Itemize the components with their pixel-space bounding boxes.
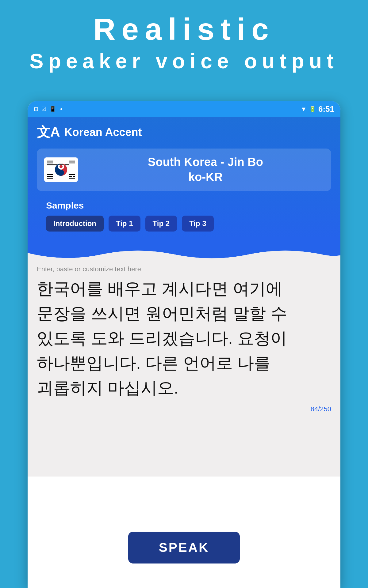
status-bar-left: ⊡ ☑ 📱 ✦ <box>34 106 63 112</box>
svg-point-9 <box>59 171 63 174</box>
clock: 6:51 <box>318 104 334 114</box>
char-count: 84/250 <box>37 405 331 413</box>
page-subtitle: Speaker voice output <box>0 49 368 73</box>
task-icon: ☑ <box>41 106 46 112</box>
status-bar-right: ▼ 🔋 6:51 <box>301 104 334 114</box>
korean-text-content[interactable]: 한국어를 배우고 계시다면 여기에 문장을 쓰시면 원어민처럼 말할 수 있도록… <box>37 276 331 400</box>
samples-buttons: Introduction Tip 1 Tip 2 Tip 3 <box>46 216 322 232</box>
sample-intro-button[interactable]: Introduction <box>46 216 104 232</box>
samples-section: Samples Introduction Tip 1 Tip 2 Tip 3 <box>37 200 331 238</box>
content-area: Enter, paste or customize text here 한국어를… <box>28 262 340 477</box>
sample-tip1-button[interactable]: Tip 1 <box>109 216 140 232</box>
settings-icon: ✦ <box>59 106 63 112</box>
wave-separator <box>28 238 340 262</box>
translate-icon: 文A <box>37 123 60 141</box>
speak-button[interactable]: SPEAK <box>128 532 240 564</box>
app-header: 文A Korean Accent <box>28 117 340 238</box>
input-hint: Enter, paste or customize text here <box>37 265 331 273</box>
sample-tip3-button[interactable]: Tip 3 <box>182 216 214 232</box>
svg-point-8 <box>59 165 63 168</box>
wifi-icon: ▼ <box>301 106 307 113</box>
language-name: South Korea - Jin Bo <box>87 155 324 170</box>
language-card: South Korea - Jin Bo ko-KR <box>37 149 331 191</box>
wave-svg <box>28 238 340 262</box>
sample-tip2-button[interactable]: Tip 2 <box>145 216 177 232</box>
speak-button-container: SPEAK <box>28 532 340 564</box>
app-title-row: 文A Korean Accent <box>37 123 331 141</box>
korean-flag <box>44 157 78 182</box>
samples-label: Samples <box>46 200 322 211</box>
flag-container <box>44 157 78 182</box>
language-code: ko-KR <box>87 170 324 185</box>
phone-icon: 📱 <box>49 106 56 112</box>
status-bar: ⊡ ☑ 📱 ✦ ▼ 🔋 6:51 <box>28 101 340 117</box>
header-section: Realistic Speaker voice output <box>0 0 368 82</box>
page-title: Realistic <box>0 12 368 46</box>
battery-icon: 🔋 <box>309 106 316 112</box>
app-name-label: Korean Accent <box>64 126 142 139</box>
language-info: South Korea - Jin Bo ko-KR <box>87 155 324 185</box>
notification-icon: ⊡ <box>34 106 38 112</box>
phone-mockup: ⊡ ☑ 📱 ✦ ▼ 🔋 6:51 文A Korean Accent <box>28 101 340 588</box>
